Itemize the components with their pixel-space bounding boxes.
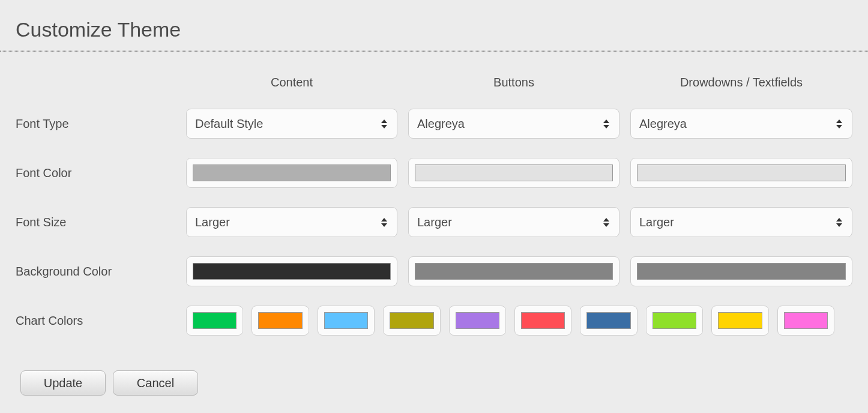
font-type-dropdowns-value: Alegreya	[639, 117, 687, 131]
font-color-buttons-value	[415, 164, 613, 181]
chart-color-swatch-1[interactable]	[252, 306, 309, 336]
column-header-content: Content	[186, 76, 408, 109]
button-bar: Update Cancel	[0, 336, 868, 396]
chart-color-swatch-0[interactable]	[186, 306, 243, 336]
row-label-background-color: Background Color	[16, 256, 186, 306]
chart-colors-row	[186, 306, 834, 336]
update-button[interactable]: Update	[20, 370, 106, 396]
font-color-dropdowns-swatch[interactable]	[630, 158, 852, 188]
font-color-content-swatch[interactable]	[186, 158, 397, 188]
chart-color-value-1	[258, 312, 302, 329]
chart-color-value-8	[718, 312, 762, 329]
chart-color-swatch-2[interactable]	[318, 306, 375, 336]
bg-color-dropdowns-swatch[interactable]	[630, 256, 852, 286]
theme-form: Content Buttons Drowdowns / Textfields F…	[0, 52, 868, 336]
chart-color-value-5	[521, 312, 565, 329]
row-label-font-color: Font Color	[16, 158, 186, 207]
page-title: Customize Theme	[0, 0, 868, 50]
chart-color-swatch-9[interactable]	[777, 306, 834, 336]
font-color-buttons-swatch[interactable]	[408, 158, 619, 188]
cancel-button[interactable]: Cancel	[113, 370, 198, 396]
chart-color-swatch-3[interactable]	[383, 306, 440, 336]
font-size-buttons-value: Larger	[417, 216, 452, 229]
bg-color-buttons-value	[415, 263, 613, 280]
font-type-buttons-value: Alegreya	[417, 117, 465, 131]
row-label-chart-colors: Chart Colors	[16, 306, 186, 336]
font-color-content-value	[193, 164, 391, 181]
updown-icon	[835, 117, 843, 130]
chart-color-swatch-5[interactable]	[514, 306, 571, 336]
row-label-font-type: Font Type	[16, 109, 186, 158]
updown-icon	[835, 216, 843, 229]
font-size-content-value: Larger	[195, 216, 230, 229]
chart-color-swatch-4[interactable]	[449, 306, 506, 336]
font-type-content-value: Default Style	[195, 117, 263, 131]
font-size-content-select[interactable]: Larger	[186, 207, 397, 237]
bg-color-buttons-swatch[interactable]	[408, 256, 619, 286]
chart-color-value-7	[653, 312, 696, 329]
chart-color-value-4	[456, 312, 499, 329]
font-type-dropdowns-select[interactable]: Alegreya	[630, 109, 852, 139]
chart-color-value-6	[586, 312, 630, 329]
chart-color-value-9	[784, 312, 828, 329]
bg-color-content-value	[193, 263, 391, 280]
bg-color-dropdowns-value	[637, 263, 846, 280]
font-type-buttons-select[interactable]: Alegreya	[408, 109, 619, 139]
font-size-buttons-select[interactable]: Larger	[408, 207, 619, 237]
updown-icon	[602, 216, 610, 229]
row-label-font-size: Font Size	[16, 207, 186, 256]
font-color-dropdowns-value	[637, 164, 846, 181]
chart-color-value-3	[390, 312, 433, 329]
updown-icon	[602, 117, 610, 130]
chart-color-value-2	[324, 312, 368, 329]
updown-icon	[380, 117, 388, 130]
font-type-content-select[interactable]: Default Style	[186, 109, 397, 139]
chart-color-swatch-7[interactable]	[646, 306, 703, 336]
column-header-dropdowns: Drowdowns / Textfields	[630, 76, 852, 109]
column-header-buttons: Buttons	[408, 76, 630, 109]
chart-color-value-0	[193, 312, 237, 329]
bg-color-content-swatch[interactable]	[186, 256, 397, 286]
chart-color-swatch-6[interactable]	[580, 306, 637, 336]
font-size-dropdowns-value: Larger	[639, 216, 674, 229]
chart-color-swatch-8[interactable]	[711, 306, 768, 336]
updown-icon	[380, 216, 388, 229]
font-size-dropdowns-select[interactable]: Larger	[630, 207, 852, 237]
